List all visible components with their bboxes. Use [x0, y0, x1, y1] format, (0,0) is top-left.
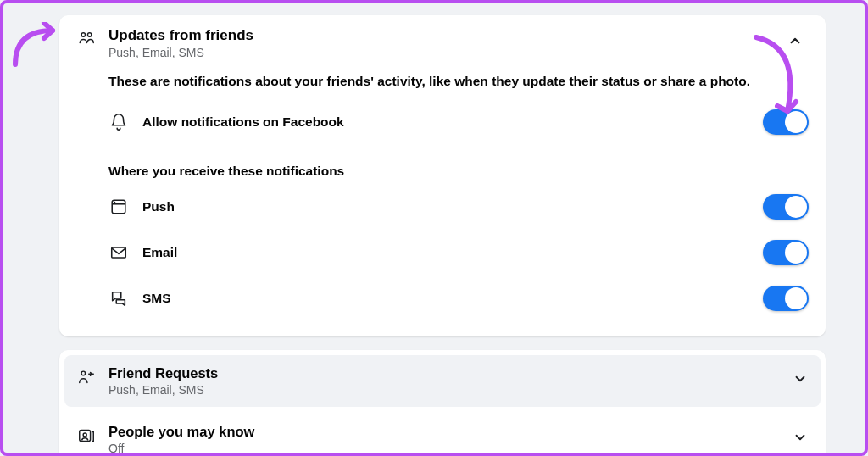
friend-requests-subtitle: Push, Email, SMS: [108, 383, 809, 397]
sms-row: SMS: [108, 275, 809, 321]
friends-icon: [76, 29, 97, 49]
pymk-subtitle: Off: [108, 442, 809, 455]
svg-rect-5: [112, 247, 126, 258]
chat-bubbles-icon: [108, 288, 129, 309]
section-subtitle: Push, Email, SMS: [108, 46, 809, 59]
people-card-icon: [76, 425, 97, 446]
svg-point-1: [87, 33, 91, 36]
bell-icon: [108, 112, 129, 132]
section-header[interactable]: Updates from friends Push, Email, SMS: [76, 27, 809, 59]
pymk-title: People you may know: [108, 424, 809, 440]
svg-point-4: [114, 202, 116, 203]
friend-requests-title: Friend Requests: [108, 365, 809, 381]
svg-rect-2: [112, 200, 125, 214]
updates-from-friends-section: Updates from friends Push, Email, SMS Th…: [59, 15, 826, 336]
svg-point-6: [81, 371, 86, 375]
friend-requests-section[interactable]: Friend Requests Push, Email, SMS: [64, 355, 821, 407]
collapsed-sections: Friend Requests Push, Email, SMS People …: [59, 350, 826, 456]
svg-rect-7: [80, 431, 91, 442]
where-heading: Where you receive these notifications: [108, 164, 809, 179]
email-row: Email: [108, 230, 809, 275]
push-label: Push: [142, 199, 763, 214]
chevron-down-icon: [792, 370, 809, 387]
allow-notifications-label: Allow notifications on Facebook: [142, 114, 763, 130]
push-row: Push: [108, 184, 809, 230]
svg-point-8: [83, 433, 86, 437]
envelope-icon: [108, 242, 129, 263]
app-window-icon: [108, 197, 129, 217]
email-label: Email: [142, 245, 763, 260]
push-toggle[interactable]: [763, 194, 809, 220]
section-description: These are notifications about your frien…: [108, 73, 809, 91]
section-title: Updates from friends: [108, 27, 809, 44]
chevron-up-icon[interactable]: [787, 32, 804, 49]
email-toggle[interactable]: [763, 240, 809, 265]
chevron-down-icon: [792, 429, 809, 446]
allow-notifications-row: Allow notifications on Facebook: [108, 99, 809, 145]
allow-notifications-toggle[interactable]: [763, 109, 809, 135]
sms-toggle[interactable]: [763, 286, 809, 311]
svg-point-0: [81, 33, 85, 36]
people-you-may-know-section[interactable]: People you may know Off: [59, 412, 826, 456]
sms-label: SMS: [142, 291, 763, 306]
friend-request-icon: [76, 367, 97, 387]
